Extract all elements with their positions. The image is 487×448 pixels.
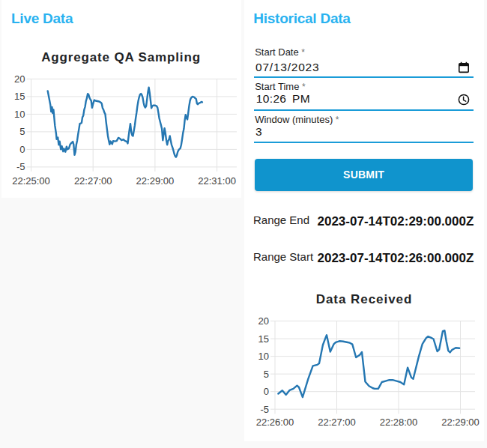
svg-text:Data Received: Data Received: [316, 292, 413, 306]
svg-text:15: 15: [258, 333, 269, 345]
svg-text:22:25:00: 22:25:00: [12, 175, 50, 187]
svg-text:-5: -5: [16, 161, 25, 172]
svg-text:15: 15: [14, 91, 25, 102]
svg-text:0: 0: [19, 144, 25, 155]
svg-text:-5: -5: [260, 404, 269, 415]
svg-text:10: 10: [14, 109, 25, 120]
svg-text:22:29:00: 22:29:00: [136, 175, 175, 187]
svg-text:22:31:00: 22:31:00: [198, 175, 236, 187]
svg-text:22:26:00: 22:26:00: [256, 417, 294, 428]
svg-text:10: 10: [258, 351, 269, 362]
svg-text:22:29:00: 22:29:00: [441, 417, 480, 428]
svg-text:0: 0: [264, 386, 269, 397]
svg-text:22:27:00: 22:27:00: [74, 175, 112, 187]
svg-text:20: 20: [258, 315, 269, 327]
svg-text:22:28:00: 22:28:00: [380, 417, 418, 428]
svg-text:20: 20: [14, 73, 25, 85]
svg-text:22:27:00: 22:27:00: [318, 417, 356, 428]
svg-text:Aggregate QA Sampling: Aggregate QA Sampling: [41, 50, 201, 64]
svg-text:5: 5: [19, 126, 25, 137]
svg-text:5: 5: [264, 369, 269, 380]
